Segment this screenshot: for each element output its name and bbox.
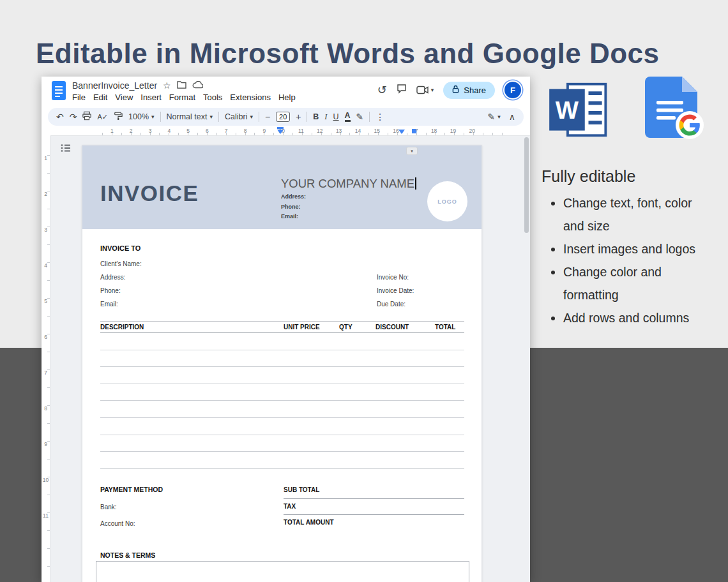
first-line-indent-marker[interactable]	[277, 127, 284, 129]
invoice-meta-label[interactable]: Invoice Date:	[377, 287, 414, 301]
italic-button[interactable]: I	[324, 112, 327, 122]
invoice-to-heading[interactable]: INVOICE TO	[100, 244, 140, 252]
client-label[interactable]: Address:	[100, 274, 142, 287]
star-icon[interactable]: ☆	[163, 81, 171, 90]
avatar[interactable]: F	[504, 82, 521, 98]
font-size-input[interactable]: 20	[276, 112, 290, 122]
highlight-pen-icon[interactable]: ✎	[356, 112, 364, 121]
font-select[interactable]: Calibri ▾	[225, 112, 253, 121]
vertical-ruler[interactable]: 1234567891011	[42, 136, 50, 582]
invoice-header-block[interactable]: INVOICE YOUR COMPANY NAME Address:Phone:…	[82, 146, 482, 229]
total-row[interactable]: SUB TOTAL	[284, 482, 464, 499]
feature-bullet-list: Change text, font, color and sizeInsert …	[548, 191, 708, 329]
table-empty-row[interactable]	[100, 435, 464, 452]
ruler-number: 4	[151, 128, 171, 134]
notes-terms-box[interactable]	[96, 561, 469, 582]
ruler-number: 6	[190, 128, 209, 134]
underline-button[interactable]: U	[333, 112, 339, 121]
table-empty-row[interactable]	[100, 401, 464, 418]
cloud-status-icon[interactable]	[192, 80, 203, 91]
payment-label[interactable]: Account No:	[100, 516, 135, 533]
menu-item[interactable]: Insert	[137, 93, 165, 102]
invoice-title[interactable]: INVOICE	[100, 181, 199, 206]
company-contact-label[interactable]: Address:	[281, 193, 306, 204]
menu-item[interactable]: Help	[275, 93, 300, 102]
sidebar-heading: Fully editable	[542, 167, 635, 186]
col-header-unit-price[interactable]: UNIT PRICE	[284, 324, 320, 331]
comment-icon[interactable]	[397, 84, 407, 96]
share-button[interactable]: Share	[443, 82, 495, 99]
redo-icon[interactable]: ↷	[70, 112, 77, 121]
invoice-meta-label[interactable]: Due Date:	[377, 301, 414, 314]
move-folder-icon[interactable]	[177, 80, 186, 91]
right-indent-marker[interactable]	[398, 130, 405, 134]
client-label[interactable]: Email:	[100, 301, 142, 314]
document-page[interactable]: INVOICE YOUR COMPANY NAME Address:Phone:…	[82, 145, 482, 582]
payment-label[interactable]: Bank:	[100, 500, 135, 516]
left-indent-marker[interactable]	[277, 130, 284, 134]
meet-camera-button[interactable]: ▾	[416, 86, 434, 94]
more-options-icon[interactable]: ⋮	[375, 112, 384, 121]
paragraph-style-select[interactable]: Normal text ▾	[167, 112, 213, 121]
font-size-decrease-button[interactable]: −	[265, 112, 270, 121]
column-marker[interactable]	[412, 129, 416, 133]
spellcheck-icon[interactable]: A✓	[97, 113, 108, 121]
menu-item[interactable]: View	[111, 93, 137, 102]
document-title[interactable]: BannerInvoice_Letter	[72, 80, 157, 91]
bold-button[interactable]: B	[313, 112, 319, 121]
zoom-value: 100%	[128, 112, 149, 121]
company-contact-label[interactable]: Phone:	[281, 204, 306, 214]
ruler-number: 5	[171, 128, 190, 134]
col-header-qty[interactable]: QTY	[339, 324, 353, 331]
chevron-down-icon: ▾	[151, 114, 155, 120]
logo-placeholder[interactable]: LOGO	[427, 181, 467, 221]
notes-terms-heading[interactable]: NOTES & TERMS	[100, 551, 155, 559]
table-options-chip[interactable]: ▾	[406, 147, 418, 155]
table-empty-row[interactable]	[100, 452, 464, 469]
table-empty-row[interactable]	[100, 384, 464, 401]
collapse-toolbar-icon[interactable]: ∧	[509, 112, 515, 121]
ruler-number: 1	[42, 155, 50, 191]
menu-item[interactable]: Format	[165, 93, 199, 102]
font-size-increase-button[interactable]: +	[296, 112, 301, 121]
toolbar-divider	[160, 112, 161, 122]
paint-format-icon[interactable]	[114, 111, 123, 123]
scrollbar-thumb[interactable]	[524, 137, 529, 233]
col-header-total[interactable]: TOTAL	[435, 324, 455, 331]
scrollbar[interactable]	[524, 137, 529, 581]
text-color-button[interactable]: A	[345, 112, 351, 122]
undo-icon[interactable]: ↶	[56, 112, 64, 121]
total-row[interactable]: TAX	[284, 499, 464, 516]
ruler-number: 14	[342, 128, 361, 134]
table-empty-row[interactable]	[100, 333, 464, 350]
payment-method-heading[interactable]: PAYMENT METHOD	[100, 486, 163, 493]
paragraph-style-value: Normal text	[167, 112, 208, 121]
client-label[interactable]: Client's Name:	[100, 260, 142, 274]
version-history-icon[interactable]: ↺	[377, 84, 387, 96]
print-icon[interactable]	[82, 111, 91, 123]
client-label[interactable]: Phone:	[100, 287, 142, 301]
document-outline-icon[interactable]	[61, 144, 71, 155]
col-header-discount[interactable]: DISCOUNT	[375, 324, 409, 331]
menu-item[interactable]: Extensions	[226, 93, 275, 102]
col-header-description[interactable]: DESCRIPTION	[100, 324, 144, 331]
table-empty-row[interactable]	[100, 350, 464, 368]
invoice-meta-label[interactable]: Invoice No:	[377, 274, 414, 287]
toolbar-divider	[259, 112, 259, 122]
company-name-text[interactable]: YOUR COMPANY NAME	[281, 177, 416, 191]
table-empty-row[interactable]	[100, 418, 464, 435]
menu-item[interactable]: File	[68, 93, 89, 102]
menu-item[interactable]: Edit	[89, 93, 111, 102]
table-empty-row[interactable]	[100, 367, 464, 384]
menu-item[interactable]: Tools	[199, 93, 226, 102]
company-contact-label[interactable]: Email:	[281, 213, 306, 223]
docs-app-icon[interactable]	[52, 81, 66, 103]
total-row[interactable]: TOTAL AMOUNT	[284, 515, 464, 532]
items-table-header[interactable]: DESCRIPTION UNIT PRICE QTY DISCOUNT TOTA…	[100, 321, 464, 333]
ruler-number: 15	[361, 128, 380, 134]
horizontal-ruler[interactable]: 1234567891011121314151617181920	[50, 127, 530, 136]
menu-bar: FileEditViewInsertFormatToolsExtensionsH…	[68, 93, 300, 102]
editing-mode-select[interactable]: ✎ ▾	[487, 112, 500, 121]
ruler-number: 5	[42, 298, 50, 334]
zoom-select[interactable]: 100% ▾	[128, 112, 155, 121]
